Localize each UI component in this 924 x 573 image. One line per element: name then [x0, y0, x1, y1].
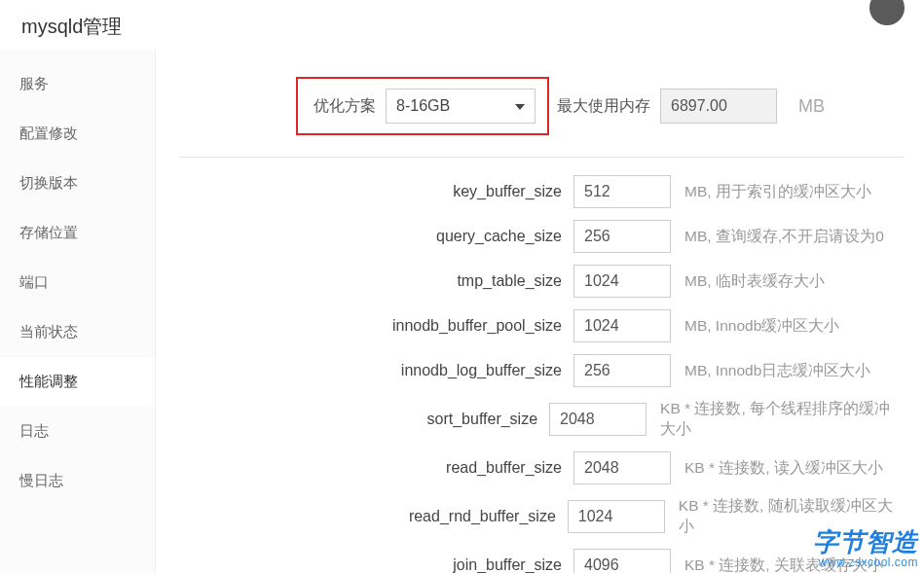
sidebar-item-label: 配置修改 [19, 125, 78, 141]
plan-label: 优化方案 [314, 96, 376, 117]
param-row: innodb_buffer_pool_size MB, Innodb缓冲区大小 [179, 309, 905, 342]
param-desc: MB, Innodb日志缓冲区大小 [684, 361, 870, 381]
param-label: tmp_table_size [179, 272, 573, 290]
sidebar-item-service[interactable]: 服务 [0, 59, 155, 109]
sidebar-item-label: 服务 [19, 75, 49, 91]
param-label: read_rnd_buffer_size [179, 508, 568, 525]
param-desc: MB, 用于索引的缓冲区大小 [684, 182, 871, 202]
param-input-sort-buffer-size[interactable] [549, 403, 647, 436]
params-list: key_buffer_size MB, 用于索引的缓冲区大小 query_cac… [179, 175, 905, 573]
param-input-query-cache-size[interactable] [573, 220, 671, 253]
param-label: join_buffer_size [179, 556, 573, 573]
param-input-innodb-buffer-pool-size[interactable] [573, 309, 671, 342]
param-label: sort_buffer_size [179, 411, 549, 428]
param-input-read-rnd-buffer-size[interactable] [568, 500, 665, 533]
param-row: innodb_log_buffer_size MB, Innodb日志缓冲区大小 [179, 354, 905, 387]
param-row: tmp_table_size MB, 临时表缓存大小 [179, 265, 905, 298]
sidebar-item-label: 慢日志 [19, 472, 63, 488]
maxmem-label: 最大使用内存 [557, 96, 650, 117]
sidebar-item-label: 切换版本 [19, 174, 78, 191]
sidebar-item-label: 当前状态 [19, 323, 78, 340]
param-desc: MB, Innodb缓冲区大小 [684, 316, 839, 337]
sidebar-item-status[interactable]: 当前状态 [0, 307, 155, 357]
param-desc: KB * 连接数, 读入缓冲区大小 [684, 458, 883, 479]
sidebar-item-log[interactable]: 日志 [0, 407, 155, 456]
sidebar-item-performance[interactable]: 性能调整 [0, 357, 155, 407]
sidebar-item-slow-log[interactable]: 慢日志 [0, 456, 155, 506]
param-desc: MB, 临时表缓存大小 [684, 271, 825, 292]
sidebar-item-port[interactable]: 端口 [0, 258, 155, 307]
param-row: key_buffer_size MB, 用于索引的缓冲区大小 [179, 175, 905, 208]
param-input-read-buffer-size[interactable] [573, 451, 671, 484]
plan-select-value: 8-16GB [396, 97, 450, 115]
page-title: mysqld管理 [0, 0, 924, 50]
param-input-key-buffer-size[interactable] [573, 175, 671, 208]
param-input-innodb-log-buffer-size[interactable] [573, 354, 671, 387]
param-label: read_buffer_size [179, 459, 573, 477]
sidebar-item-label: 日志 [19, 422, 49, 439]
param-input-join-buffer-size[interactable] [573, 549, 671, 573]
param-row: read_rnd_buffer_size KB * 连接数, 随机读取缓冲区大小 [179, 496, 905, 537]
maxmem-unit: MB [798, 96, 825, 117]
param-desc: MB, 查询缓存,不开启请设为0 [684, 227, 884, 247]
sidebar-item-label: 端口 [19, 273, 49, 290]
sidebar-item-switch-version[interactable]: 切换版本 [0, 159, 155, 208]
param-label: innodb_buffer_pool_size [179, 317, 573, 335]
main-panel: 优化方案 8-16GB 最大使用内存 6897.00 MB key_buffer… [156, 50, 924, 573]
param-row: read_buffer_size KB * 连接数, 读入缓冲区大小 [179, 451, 905, 484]
sidebar-item-label: 性能调整 [19, 373, 78, 389]
sidebar-item-storage[interactable]: 存储位置 [0, 208, 155, 258]
param-input-tmp-table-size[interactable] [573, 265, 671, 298]
sidebar-item-label: 存储位置 [19, 224, 78, 240]
param-desc: KB * 连接数, 每个线程排序的缓冲大小 [660, 399, 905, 440]
optimization-top-row: 优化方案 8-16GB 最大使用内存 6897.00 MB [296, 77, 905, 135]
maxmem-value: 6897.00 [660, 89, 777, 124]
param-label: innodb_log_buffer_size [179, 362, 573, 379]
chevron-down-icon [515, 104, 525, 110]
plan-select[interactable]: 8-16GB [386, 89, 536, 124]
param-row: query_cache_size MB, 查询缓存,不开启请设为0 [179, 220, 905, 253]
sidebar: 服务 配置修改 切换版本 存储位置 端口 当前状态 性能调整 日志 慢日志 [0, 50, 156, 573]
param-desc: KB * 连接数, 关联表缓存大小 [684, 555, 883, 574]
param-label: key_buffer_size [179, 183, 573, 200]
param-label: query_cache_size [179, 228, 573, 245]
param-row: join_buffer_size KB * 连接数, 关联表缓存大小 [179, 549, 905, 573]
param-row: sort_buffer_size KB * 连接数, 每个线程排序的缓冲大小 [179, 399, 905, 440]
optimization-plan-highlight: 优化方案 8-16GB [296, 77, 549, 135]
sidebar-item-config[interactable]: 配置修改 [0, 109, 155, 159]
param-desc: KB * 连接数, 随机读取缓冲区大小 [679, 496, 905, 537]
divider [179, 157, 905, 158]
